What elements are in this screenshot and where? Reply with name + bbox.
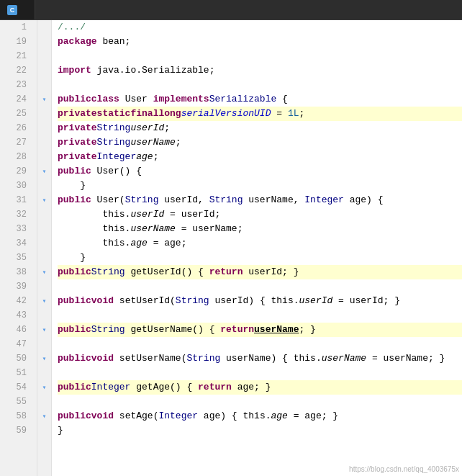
gutter-cell <box>37 251 51 265</box>
gutter-cell <box>37 236 51 251</box>
code-line: public class User implements Serializabl… <box>58 92 462 107</box>
code-line: this.age = age; <box>58 236 462 251</box>
code-line: public Integer getAge() { return age; } <box>58 380 462 395</box>
gutter-cell[interactable]: ▾ <box>37 265 51 279</box>
code-line: package bean; <box>58 35 462 49</box>
gutter-cell <box>37 78 51 92</box>
line-number: 46 <box>0 323 31 337</box>
line-number: 47 <box>0 337 31 351</box>
gutter-cell <box>37 222 51 236</box>
tab-user-java[interactable]: C <box>0 0 35 19</box>
gutter-cell <box>37 179 51 193</box>
code-line: /.../ <box>58 20 462 35</box>
code-line: } <box>58 179 462 193</box>
gutter-cell <box>37 207 51 222</box>
gutter-cell <box>37 423 51 438</box>
line-number: 1 <box>0 20 31 35</box>
gutter-cell[interactable]: ▾ <box>37 294 51 308</box>
code-line: private String userName; <box>58 135 462 150</box>
line-number: 19 <box>0 35 31 49</box>
code-line <box>58 49 462 63</box>
line-number: 58 <box>0 409 31 423</box>
gutter-cell[interactable]: ▾ <box>37 92 51 107</box>
line-number: 42 <box>0 294 31 308</box>
gutter-cell[interactable]: ▾ <box>37 409 51 423</box>
code-area[interactable]: /.../package bean;import java.io.Seriali… <box>52 20 462 476</box>
gutter-cell[interactable]: ▾ <box>37 380 51 395</box>
editor: 1192122232425262728293031323334353839424… <box>0 20 462 476</box>
line-number: 24 <box>0 92 31 107</box>
line-number: 38 <box>0 265 31 279</box>
gutter-cell[interactable]: ▾ <box>37 323 51 337</box>
gutter-cell <box>37 135 51 150</box>
gutter-cell <box>37 150 51 164</box>
code-line <box>58 308 462 323</box>
code-line: } <box>58 251 462 265</box>
code-line: private Integer age; <box>58 150 462 164</box>
line-number: 59 <box>0 423 31 438</box>
gutter-cell <box>37 366 51 380</box>
code-line: public String getUserName() { return use… <box>58 323 462 337</box>
gutter-cell <box>37 395 51 409</box>
code-line: public String getUserId() { return userI… <box>58 265 462 279</box>
gutter-cell <box>37 337 51 351</box>
code-line: public void setAge(Integer age) { this.a… <box>58 409 462 423</box>
code-line: private static final long serialVersionU… <box>58 107 462 121</box>
line-numbers: 1192122232425262728293031323334353839424… <box>0 20 37 476</box>
line-number: 23 <box>0 78 31 92</box>
gutter: ▾▾▾▾▾▾▾▾▾ <box>37 20 52 476</box>
code-line <box>58 78 462 92</box>
line-number: 55 <box>0 395 31 409</box>
gutter-cell <box>37 107 51 121</box>
code-line <box>58 395 462 409</box>
gutter-cell[interactable]: ▾ <box>37 164 51 179</box>
code-line: public void setUserName(String userName)… <box>58 351 462 366</box>
line-number: 26 <box>0 121 31 135</box>
line-number: 33 <box>0 222 31 236</box>
line-number: 34 <box>0 236 31 251</box>
line-number: 28 <box>0 150 31 164</box>
line-number: 27 <box>0 135 31 150</box>
code-line: private String userId; <box>58 121 462 135</box>
gutter-cell <box>37 121 51 135</box>
code-line: public void setUserId(String userId) { t… <box>58 294 462 308</box>
gutter-cell <box>37 35 51 49</box>
line-number: 29 <box>0 164 31 179</box>
code-line: } <box>58 423 462 438</box>
line-number: 25 <box>0 107 31 121</box>
code-line: this.userName = userName; <box>58 222 462 236</box>
code-line: import java.io.Serializable; <box>58 63 462 78</box>
line-number: 22 <box>0 63 31 78</box>
line-number: 54 <box>0 380 31 395</box>
gutter-cell <box>37 279 51 294</box>
code-line: public User(String userId, String userNa… <box>58 193 462 207</box>
gutter-cell <box>37 49 51 63</box>
code-line: public User() { <box>58 164 462 179</box>
gutter-cell <box>37 20 51 35</box>
gutter-cell[interactable]: ▾ <box>37 193 51 207</box>
code-line <box>58 366 462 380</box>
line-number: 35 <box>0 251 31 265</box>
line-number: 50 <box>0 351 31 366</box>
line-number: 21 <box>0 49 31 63</box>
line-number: 30 <box>0 179 31 193</box>
line-number: 51 <box>0 366 31 380</box>
gutter-cell <box>37 63 51 78</box>
code-line <box>58 337 462 351</box>
code-line <box>58 279 462 294</box>
gutter-cell[interactable]: ▾ <box>37 351 51 366</box>
line-number: 31 <box>0 193 31 207</box>
java-icon: C <box>7 5 17 15</box>
watermark: https://blog.csdn.net/qq_4003675x <box>349 465 459 473</box>
code-line: this.userId = userId; <box>58 207 462 222</box>
line-number: 32 <box>0 207 31 222</box>
line-number: 43 <box>0 308 31 323</box>
line-number: 39 <box>0 279 31 294</box>
gutter-cell <box>37 308 51 323</box>
tab-bar: C <box>0 0 462 20</box>
